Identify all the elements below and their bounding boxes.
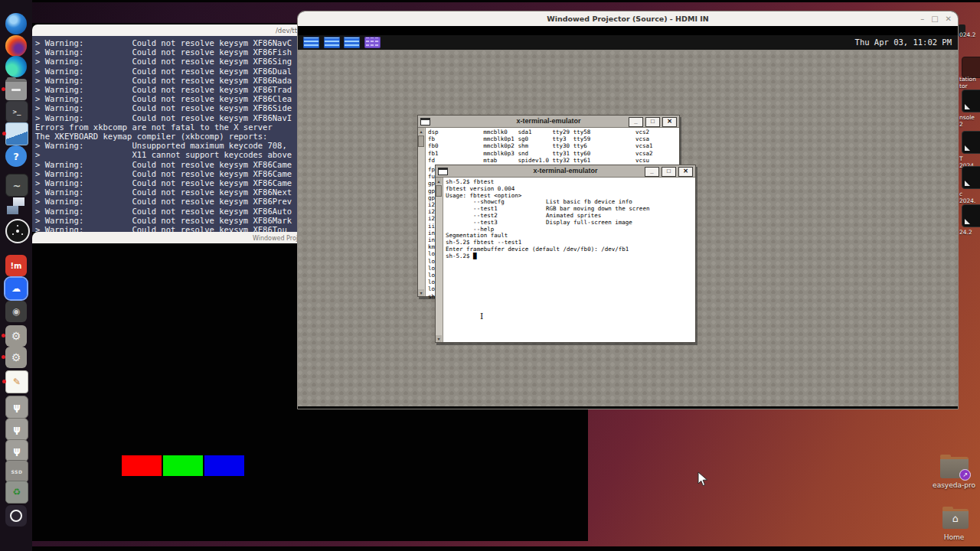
text-editor-app-icon[interactable]: ✎	[5, 370, 28, 393]
notification-dot	[2, 87, 5, 91]
front-xterm-titlebar[interactable]: x-terminal-emulator _ □ ✕	[436, 165, 695, 178]
scroll-up-icon[interactable]: ▴	[418, 128, 424, 135]
taskbar-menu-icon-1[interactable]	[303, 37, 319, 48]
scrollbar[interactable]: ▴ ▾	[436, 178, 443, 342]
desktop-shortcut-label: tation tor	[959, 76, 980, 90]
maximize-icon[interactable]: □	[662, 167, 676, 177]
scroll-up-icon[interactable]: ▴	[436, 178, 442, 184]
settings-app-icon[interactable]: ⚙	[5, 325, 27, 347]
scroll-down-icon[interactable]: ▾	[418, 289, 424, 296]
trash-icon-glyph: ♻	[13, 487, 21, 497]
system-monitor-app-icon[interactable]: ~	[5, 174, 28, 197]
usb-drive-icon-2[interactable]: ψ	[5, 418, 28, 441]
close-icon[interactable]: ✕	[678, 167, 693, 177]
scrollbar-thumb[interactable]	[436, 185, 442, 197]
help-app-icon[interactable]: ?	[5, 145, 27, 167]
rgb-test-bar-blue	[204, 455, 244, 476]
ssd-drive-icon[interactable]: SSD	[5, 460, 28, 483]
text-ibeam-cursor: I	[480, 311, 483, 321]
desktop-shortcut-label: 024.2	[959, 31, 980, 38]
taskbar-menu-icon-3[interactable]	[344, 37, 360, 48]
files-app-icon[interactable]	[5, 79, 27, 100]
ubuntu-show-apps-icon[interactable]	[5, 505, 27, 527]
window-icon	[420, 118, 430, 126]
scrollbar-thumb[interactable]	[418, 135, 424, 147]
desktop-shortcut-icon[interactable]	[962, 204, 980, 227]
terminal-app-icon-glyph: >_	[13, 108, 21, 116]
mouse-cursor	[697, 471, 710, 488]
libreoffice-app-icon[interactable]	[5, 122, 28, 145]
projector-titlebar[interactable]: Windowed Projector (Source) - HDMI IN – …	[298, 11, 958, 27]
rgb-test-bar-green	[163, 455, 203, 476]
taskbar-pager-icon[interactable]	[364, 37, 381, 48]
cheese-webcam-app-icon[interactable]: ◉	[5, 301, 27, 322]
notification-dot	[2, 132, 6, 135]
desktop-shortcut-icon[interactable]	[962, 57, 980, 78]
xkbcomp-warnings-text: > Warning: Could not resolve keysym XF86…	[35, 38, 292, 232]
desktop-shortcut-icon[interactable]	[962, 166, 980, 189]
projector-title: Windowed Projector (Source) - HDMI IN	[298, 11, 958, 26]
obs-studio-app-icon[interactable]	[5, 219, 30, 243]
scrollbar[interactable]: ▴ ▾	[418, 128, 426, 296]
wolfram-app-icon[interactable]: !m	[5, 255, 27, 276]
back-xterm-titlebar[interactable]: x-terminal-emulator _ □ ✕	[418, 116, 679, 128]
terminal-app-icon[interactable]: >_	[5, 100, 28, 123]
firefox-app-icon[interactable]	[5, 35, 27, 57]
screen: { "colors":{"accent_blue":"#2a6ee0","tas…	[0, 0, 980, 551]
close-icon[interactable]: ✕	[662, 117, 677, 127]
usb-drive-icon-1[interactable]: ψ	[5, 396, 28, 419]
usb-drive-icon-2-glyph: ψ	[13, 424, 21, 435]
taskbar-menu-icon-2[interactable]	[324, 37, 340, 48]
cheese-webcam-app-icon-glyph: ◉	[12, 306, 20, 317]
usb-drive-icon-3[interactable]: ψ	[5, 439, 28, 462]
gnome-terminal-window[interactable]: /dev/tt > Warning: Could not resolve key…	[32, 24, 299, 232]
desktop-shortcut-label: nsole 2	[959, 114, 980, 128]
usb-drive-icon-1-glyph: ψ	[13, 402, 21, 412]
fbtest-output-text: sh-5.2$ fbtest fbtest version 0.004 Usag…	[446, 179, 649, 260]
remote-desktop-app-icon[interactable]	[5, 196, 27, 217]
maximize-icon[interactable]: □	[931, 15, 938, 23]
front-xterm-window[interactable]: x-terminal-emulator _ □ ✕ ▴ ▾ sh-5.2$ fb…	[435, 165, 696, 343]
minimize-icon[interactable]: _	[629, 117, 643, 127]
usb-drive-icon-3-glyph: ψ	[13, 445, 21, 456]
notification-dot	[2, 380, 6, 383]
easyeda-app-icon-glyph: ☁	[11, 283, 21, 294]
home-folder-icon[interactable]: ⌂	[942, 509, 969, 529]
close-icon[interactable]: ✕	[946, 15, 952, 23]
easyeda-pro-folder-label: easyeda-pro	[926, 481, 980, 489]
minimize-icon[interactable]: _	[645, 167, 659, 177]
gnome-terminal-output[interactable]: > Warning: Could not resolve keysym XF86…	[32, 36, 299, 232]
settings-app-icon-glyph: ⚙	[11, 330, 21, 342]
home-folder-label: Home	[926, 533, 980, 541]
wolfram-app-icon-glyph: !m	[11, 262, 22, 270]
window-icon	[438, 168, 448, 175]
back-xterm-title: x-terminal-emulator	[516, 117, 580, 125]
easyeda-pro-folder-icon[interactable]: ↗	[940, 457, 969, 478]
text-editor-app-icon-glyph: ✎	[13, 377, 21, 387]
notification-dot	[2, 334, 5, 337]
desktop-shortcut-label: 24.2	[959, 229, 980, 236]
projected-taskbar: Thu Apr 03, 11:02 PM	[298, 35, 958, 51]
taskbar-clock: Thu Apr 03, 11:02 PM	[855, 35, 952, 50]
settings-app-icon-2-glyph: ⚙	[11, 351, 21, 364]
ssd-drive-icon-glyph: SSD	[11, 469, 23, 474]
background-projector-titlebar[interactable]: Windowed Proj	[32, 232, 299, 243]
easyeda-app-icon[interactable]: ☁	[5, 278, 27, 299]
thunderbird-app-icon[interactable]	[5, 13, 27, 34]
symlink-arrow-badge: ↗	[959, 469, 971, 481]
help-app-icon-glyph: ?	[13, 151, 19, 162]
system-monitor-app-icon-glyph: ~	[13, 180, 21, 191]
edge-app-icon[interactable]	[5, 56, 27, 77]
maximize-icon[interactable]: □	[645, 117, 660, 127]
scroll-down-icon[interactable]: ▾	[436, 335, 442, 342]
gnome-terminal-titlebar[interactable]: /dev/tt	[32, 24, 299, 36]
rgb-test-bar-red	[122, 455, 162, 476]
desktop-shortcut-icon[interactable]	[962, 131, 980, 154]
settings-app-icon-2[interactable]: ⚙	[5, 347, 27, 368]
minimize-icon[interactable]: –	[920, 15, 924, 23]
background-projector-title: Windowed Proj	[253, 235, 298, 242]
gnome-terminal-title: /dev/tt	[228, 27, 297, 34]
trash-icon[interactable]: ♻	[5, 481, 28, 504]
desktop-shortcut-icon[interactable]	[962, 90, 980, 112]
dock: >_?~!m☁◉⚙⚙✎ψψψSSD♻	[0, 0, 32, 551]
